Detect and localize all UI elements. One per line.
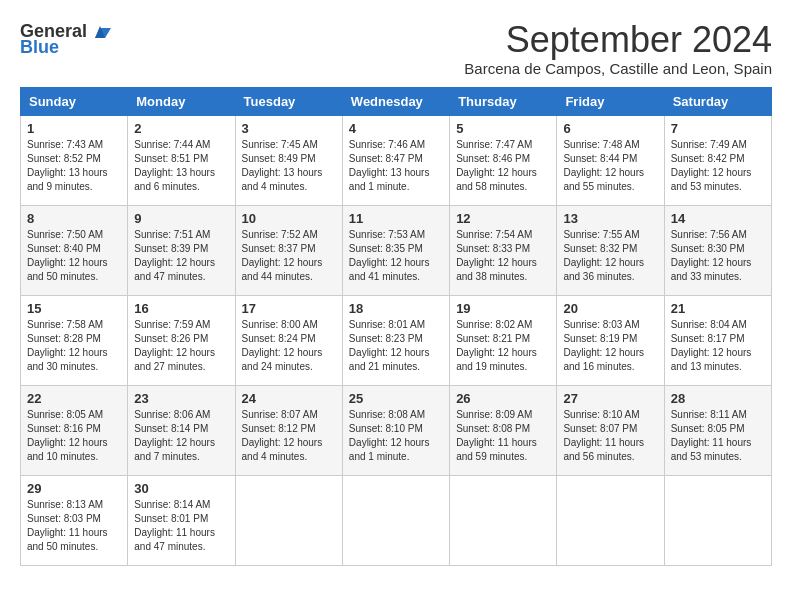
calendar-cell: 11 Sunrise: 7:53 AMSunset: 8:35 PMDaylig… [342, 205, 449, 295]
day-number: 15 [27, 301, 121, 316]
logo-blue-text: Blue [20, 38, 59, 56]
calendar-cell: 8 Sunrise: 7:50 AMSunset: 8:40 PMDayligh… [21, 205, 128, 295]
logo: General Blue [20, 20, 111, 56]
calendar-cell: 7 Sunrise: 7:49 AMSunset: 8:42 PMDayligh… [664, 115, 771, 205]
cell-sunrise: Sunrise: 8:07 AMSunset: 8:12 PMDaylight:… [242, 409, 323, 462]
cell-sunrise: Sunrise: 7:58 AMSunset: 8:28 PMDaylight:… [27, 319, 108, 372]
calendar-cell: 15 Sunrise: 7:58 AMSunset: 8:28 PMDaylig… [21, 295, 128, 385]
cell-sunrise: Sunrise: 8:03 AMSunset: 8:19 PMDaylight:… [563, 319, 644, 372]
calendar-table: SundayMondayTuesdayWednesdayThursdayFrid… [20, 87, 772, 566]
cell-sunrise: Sunrise: 7:49 AMSunset: 8:42 PMDaylight:… [671, 139, 752, 192]
day-number: 6 [563, 121, 657, 136]
day-number: 4 [349, 121, 443, 136]
page-header: General Blue September 2024 Barcena de C… [20, 20, 772, 77]
title-area: September 2024 Barcena de Campos, Castil… [464, 20, 772, 77]
calendar-cell: 30 Sunrise: 8:14 AMSunset: 8:01 PMDaylig… [128, 475, 235, 565]
calendar-cell: 16 Sunrise: 7:59 AMSunset: 8:26 PMDaylig… [128, 295, 235, 385]
day-number: 5 [456, 121, 550, 136]
day-number: 23 [134, 391, 228, 406]
calendar-cell: 27 Sunrise: 8:10 AMSunset: 8:07 PMDaylig… [557, 385, 664, 475]
day-number: 21 [671, 301, 765, 316]
calendar-week-3: 15 Sunrise: 7:58 AMSunset: 8:28 PMDaylig… [21, 295, 772, 385]
cell-sunrise: Sunrise: 8:13 AMSunset: 8:03 PMDaylight:… [27, 499, 108, 552]
day-number: 9 [134, 211, 228, 226]
cell-sunrise: Sunrise: 8:14 AMSunset: 8:01 PMDaylight:… [134, 499, 215, 552]
day-number: 18 [349, 301, 443, 316]
cell-sunrise: Sunrise: 7:54 AMSunset: 8:33 PMDaylight:… [456, 229, 537, 282]
cell-sunrise: Sunrise: 8:09 AMSunset: 8:08 PMDaylight:… [456, 409, 537, 462]
location-title: Barcena de Campos, Castille and Leon, Sp… [464, 60, 772, 77]
day-number: 3 [242, 121, 336, 136]
calendar-cell: 2 Sunrise: 7:44 AMSunset: 8:51 PMDayligh… [128, 115, 235, 205]
calendar-cell: 29 Sunrise: 8:13 AMSunset: 8:03 PMDaylig… [21, 475, 128, 565]
cell-sunrise: Sunrise: 8:02 AMSunset: 8:21 PMDaylight:… [456, 319, 537, 372]
day-number: 12 [456, 211, 550, 226]
calendar-cell: 25 Sunrise: 8:08 AMSunset: 8:10 PMDaylig… [342, 385, 449, 475]
cell-sunrise: Sunrise: 8:08 AMSunset: 8:10 PMDaylight:… [349, 409, 430, 462]
calendar-cell: 10 Sunrise: 7:52 AMSunset: 8:37 PMDaylig… [235, 205, 342, 295]
cell-sunrise: Sunrise: 7:50 AMSunset: 8:40 PMDaylight:… [27, 229, 108, 282]
day-number: 22 [27, 391, 121, 406]
calendar-cell: 28 Sunrise: 8:11 AMSunset: 8:05 PMDaylig… [664, 385, 771, 475]
header-tuesday: Tuesday [235, 87, 342, 115]
calendar-cell: 21 Sunrise: 8:04 AMSunset: 8:17 PMDaylig… [664, 295, 771, 385]
calendar-cell: 26 Sunrise: 8:09 AMSunset: 8:08 PMDaylig… [450, 385, 557, 475]
calendar-cell: 14 Sunrise: 7:56 AMSunset: 8:30 PMDaylig… [664, 205, 771, 295]
cell-sunrise: Sunrise: 7:46 AMSunset: 8:47 PMDaylight:… [349, 139, 430, 192]
header-sunday: Sunday [21, 87, 128, 115]
calendar-cell [342, 475, 449, 565]
calendar-cell: 9 Sunrise: 7:51 AMSunset: 8:39 PMDayligh… [128, 205, 235, 295]
calendar-cell [664, 475, 771, 565]
cell-sunrise: Sunrise: 7:45 AMSunset: 8:49 PMDaylight:… [242, 139, 323, 192]
day-number: 2 [134, 121, 228, 136]
cell-sunrise: Sunrise: 7:55 AMSunset: 8:32 PMDaylight:… [563, 229, 644, 282]
day-number: 25 [349, 391, 443, 406]
header-friday: Friday [557, 87, 664, 115]
calendar-week-5: 29 Sunrise: 8:13 AMSunset: 8:03 PMDaylig… [21, 475, 772, 565]
cell-sunrise: Sunrise: 7:48 AMSunset: 8:44 PMDaylight:… [563, 139, 644, 192]
calendar-cell: 24 Sunrise: 8:07 AMSunset: 8:12 PMDaylig… [235, 385, 342, 475]
cell-sunrise: Sunrise: 7:51 AMSunset: 8:39 PMDaylight:… [134, 229, 215, 282]
day-number: 19 [456, 301, 550, 316]
calendar-cell: 22 Sunrise: 8:05 AMSunset: 8:16 PMDaylig… [21, 385, 128, 475]
calendar-cell: 3 Sunrise: 7:45 AMSunset: 8:49 PMDayligh… [235, 115, 342, 205]
calendar-cell: 12 Sunrise: 7:54 AMSunset: 8:33 PMDaylig… [450, 205, 557, 295]
day-number: 20 [563, 301, 657, 316]
header-thursday: Thursday [450, 87, 557, 115]
calendar-week-2: 8 Sunrise: 7:50 AMSunset: 8:40 PMDayligh… [21, 205, 772, 295]
cell-sunrise: Sunrise: 7:44 AMSunset: 8:51 PMDaylight:… [134, 139, 215, 192]
cell-sunrise: Sunrise: 8:01 AMSunset: 8:23 PMDaylight:… [349, 319, 430, 372]
calendar-cell [235, 475, 342, 565]
cell-sunrise: Sunrise: 7:56 AMSunset: 8:30 PMDaylight:… [671, 229, 752, 282]
header-wednesday: Wednesday [342, 87, 449, 115]
calendar-header-row: SundayMondayTuesdayWednesdayThursdayFrid… [21, 87, 772, 115]
cell-sunrise: Sunrise: 8:11 AMSunset: 8:05 PMDaylight:… [671, 409, 752, 462]
cell-sunrise: Sunrise: 8:05 AMSunset: 8:16 PMDaylight:… [27, 409, 108, 462]
month-title: September 2024 [464, 20, 772, 60]
calendar-cell: 17 Sunrise: 8:00 AMSunset: 8:24 PMDaylig… [235, 295, 342, 385]
day-number: 24 [242, 391, 336, 406]
cell-sunrise: Sunrise: 7:43 AMSunset: 8:52 PMDaylight:… [27, 139, 108, 192]
calendar-cell: 18 Sunrise: 8:01 AMSunset: 8:23 PMDaylig… [342, 295, 449, 385]
cell-sunrise: Sunrise: 8:06 AMSunset: 8:14 PMDaylight:… [134, 409, 215, 462]
logo-icon [89, 20, 111, 42]
day-number: 27 [563, 391, 657, 406]
calendar-cell: 1 Sunrise: 7:43 AMSunset: 8:52 PMDayligh… [21, 115, 128, 205]
day-number: 30 [134, 481, 228, 496]
day-number: 16 [134, 301, 228, 316]
day-number: 1 [27, 121, 121, 136]
calendar-cell: 5 Sunrise: 7:47 AMSunset: 8:46 PMDayligh… [450, 115, 557, 205]
day-number: 14 [671, 211, 765, 226]
calendar-cell [557, 475, 664, 565]
header-saturday: Saturday [664, 87, 771, 115]
calendar-week-4: 22 Sunrise: 8:05 AMSunset: 8:16 PMDaylig… [21, 385, 772, 475]
calendar-cell: 19 Sunrise: 8:02 AMSunset: 8:21 PMDaylig… [450, 295, 557, 385]
calendar-cell: 6 Sunrise: 7:48 AMSunset: 8:44 PMDayligh… [557, 115, 664, 205]
calendar-cell [450, 475, 557, 565]
day-number: 13 [563, 211, 657, 226]
header-monday: Monday [128, 87, 235, 115]
calendar-cell: 20 Sunrise: 8:03 AMSunset: 8:19 PMDaylig… [557, 295, 664, 385]
day-number: 7 [671, 121, 765, 136]
day-number: 11 [349, 211, 443, 226]
cell-sunrise: Sunrise: 8:00 AMSunset: 8:24 PMDaylight:… [242, 319, 323, 372]
